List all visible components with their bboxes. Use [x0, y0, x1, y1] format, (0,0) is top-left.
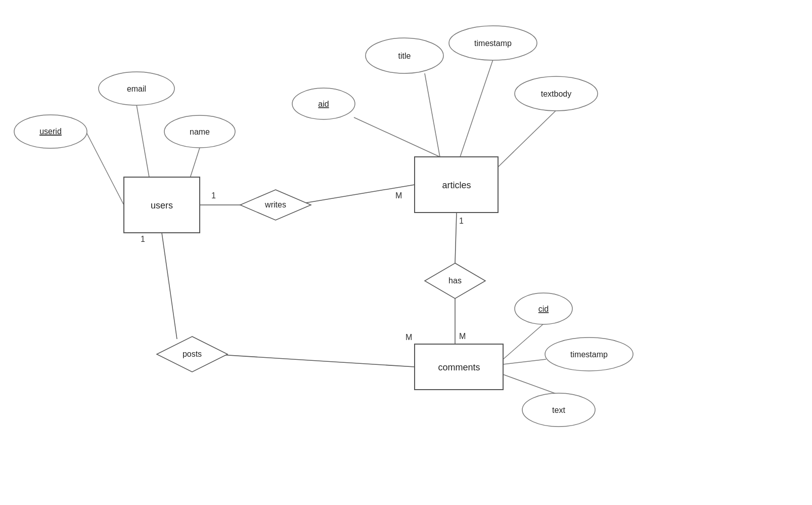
- attr-userid-label: userid: [39, 127, 62, 136]
- attr-title-label: title: [398, 52, 411, 60]
- attr-timestamp-articles-label: timestamp: [474, 39, 512, 48]
- entity-articles-label: articles: [442, 180, 471, 190]
- card-1-has: 1: [459, 217, 464, 225]
- attr-cid-label: cid: [538, 305, 549, 313]
- attr-text-label: text: [552, 406, 565, 414]
- card-1-writes: 1: [211, 191, 216, 200]
- rel-posts-label: posts: [183, 350, 202, 358]
- attr-email-label: email: [127, 85, 146, 93]
- attr-textbody-label: textbody: [541, 90, 571, 98]
- connections-layer: 1 M 1 M 1 M users articles comments writ…: [0, 0, 812, 505]
- attr-name-label: name: [190, 128, 210, 136]
- entity-comments-label: comments: [438, 362, 480, 372]
- svg-line-1: [137, 105, 149, 177]
- svg-line-0: [86, 132, 124, 205]
- svg-line-5: [354, 117, 440, 157]
- card-1-posts: 1: [141, 235, 145, 243]
- attr-timestamp-comments-label: timestamp: [570, 350, 608, 359]
- svg-line-9: [455, 213, 457, 263]
- svg-line-6: [425, 73, 440, 157]
- svg-line-13: [503, 374, 559, 395]
- card-m-posts: M: [405, 333, 412, 342]
- svg-line-12: [503, 359, 546, 364]
- card-m-has: M: [459, 332, 466, 341]
- svg-line-8: [498, 110, 556, 167]
- entity-users-label: users: [151, 200, 173, 211]
- er-diagram: 1 M 1 M 1 M users articles comments writ…: [0, 0, 812, 505]
- attr-aid-label: aid: [318, 100, 329, 108]
- card-m-writes: M: [395, 191, 402, 200]
- svg-line-7: [460, 60, 493, 157]
- rel-has-label: has: [448, 276, 462, 285]
- rel-writes-label: writes: [264, 200, 286, 209]
- svg-line-14: [162, 233, 177, 339]
- svg-line-15: [212, 354, 415, 367]
- svg-line-11: [503, 324, 544, 359]
